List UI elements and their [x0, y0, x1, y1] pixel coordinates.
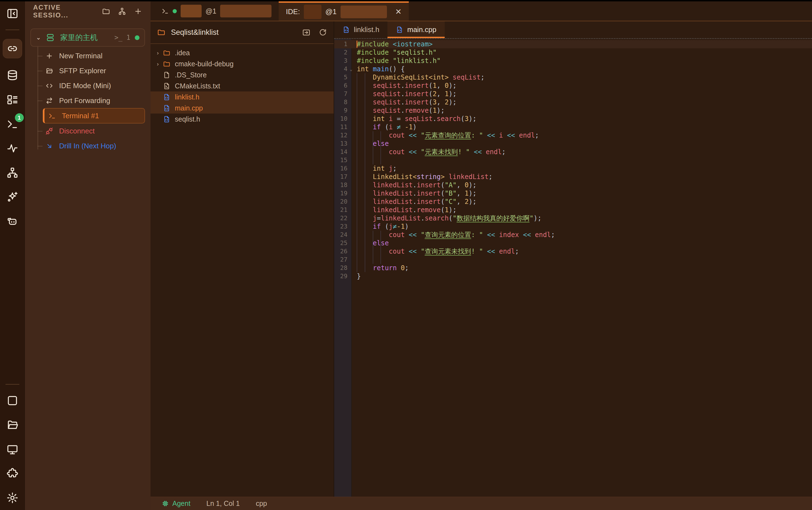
code-line[interactable]: 16 int j; — [334, 164, 812, 173]
redacted-text — [341, 5, 387, 18]
code-line[interactable]: 21 linkedList.remove(1); — [334, 206, 812, 214]
session-item-ide-mode[interactable]: IDE Mode (Mini) — [25, 78, 150, 93]
code-text: DynamicSeqList<int> seqList; — [352, 73, 485, 82]
sidebar-item-extensions[interactable] — [6, 467, 19, 480]
session-item-disconnect[interactable]: Disconnect — [25, 123, 150, 138]
session-item-new-terminal[interactable]: New Terminal — [25, 48, 150, 63]
activity-icon — [6, 142, 19, 154]
sidebar-item-snippets[interactable] — [6, 93, 19, 106]
code-rows: 1#include <iostream>2#include "seqlist.h… — [334, 39, 812, 280]
line-number: 9 — [334, 106, 352, 115]
code-line[interactable]: 5 DynamicSeqList<int> seqList; — [334, 73, 812, 82]
sidebar-item-terminals[interactable]: 1 — [6, 118, 19, 131]
session-item-sftp[interactable]: SFTP Explorer — [25, 63, 150, 78]
language-mode[interactable]: cpp — [256, 500, 267, 508]
code-line[interactable]: 4⌄int main() { — [334, 65, 812, 73]
file-tree-panel: Seqlist&linklist › .idea › cmake-build-d… — [150, 21, 334, 497]
folder-icon — [163, 49, 170, 57]
add-session-icon[interactable] — [134, 7, 142, 16]
code-text: } — [352, 272, 361, 280]
tree-item-seqlist-h[interactable]: seqlist.h — [150, 114, 334, 124]
code-line[interactable]: 23 if (j≠-1) — [334, 222, 812, 231]
sidebar-item-database[interactable] — [6, 69, 19, 82]
session-item-drill-in[interactable]: Drill In (Next Hop) — [25, 138, 150, 153]
code-line[interactable]: 28 return 0; — [334, 264, 812, 272]
close-tab-icon[interactable]: ✕ — [395, 7, 402, 16]
code-line[interactable]: 14 cout << "元素未找到! " << endl; — [334, 148, 812, 156]
code-text: #include "linklist.h" — [352, 57, 440, 65]
session-actions: New Terminal SFTP Explorer IDE Mode (Min… — [25, 48, 150, 153]
open-folder-action-icon[interactable] — [302, 28, 311, 36]
tree-item-ds-store[interactable]: .DS_Store — [150, 69, 334, 80]
code-line[interactable]: 29} — [334, 272, 812, 280]
code-line[interactable]: 18 linkedList.insert("A", 0); — [334, 181, 812, 189]
session-item-port-forwarding[interactable]: Port Forwarding — [25, 93, 150, 108]
agent-status[interactable]: Agent — [162, 500, 190, 508]
code-line[interactable]: 19 linkedList.insert("B", 1); — [334, 189, 812, 198]
tree-item-idea[interactable]: › .idea — [150, 47, 334, 58]
code-line[interactable]: 22 j=linkedList.search("数据结构我真的好爱你啊"); — [334, 214, 812, 222]
sidebar-item-bot[interactable] — [6, 215, 19, 228]
code-line[interactable]: 2#include "seqlist.h" — [334, 48, 812, 57]
folder-icon[interactable] — [102, 7, 110, 16]
editor-tab-main-cpp[interactable]: main.cpp — [387, 21, 445, 38]
line-number: 12 — [334, 131, 352, 140]
code-text: return 0; — [352, 264, 409, 272]
line-number: 26 — [334, 247, 352, 256]
chevron-right-icon: › — [157, 50, 163, 56]
code-text — [352, 156, 357, 164]
line-number: 29 — [334, 272, 352, 280]
tree-item-cmakelists[interactable]: CMakeLists.txt — [150, 80, 334, 91]
code-text: seqList.insert(1, 0); — [352, 82, 457, 90]
code-line[interactable]: 3#include "linklist.h" — [334, 57, 812, 65]
code-line[interactable]: 20 linkedList.insert("C", 2); — [334, 198, 812, 206]
code-line[interactable]: 11 if (i ≠ -1) — [334, 123, 812, 131]
line-number: 14 — [334, 148, 352, 156]
ide-session-tab[interactable]: IDE: @1 ✕ — [279, 1, 409, 21]
sidebar-item-files[interactable] — [6, 419, 19, 431]
sidebar-item-settings[interactable] — [6, 491, 19, 504]
session-item-terminal-1[interactable]: Terminal #1 — [43, 108, 145, 123]
editor-tab-linklist-h[interactable]: linklist.h — [334, 21, 387, 38]
code-editor[interactable]: 1#include <iostream>2#include "seqlist.h… — [334, 39, 812, 497]
fold-chevron-icon[interactable]: ⌄ — [350, 65, 352, 74]
code-line[interactable]: 24 cout << "查询元素的位置: " << index << endl; — [334, 231, 812, 239]
cursor-position[interactable]: Ln 1, Col 1 — [206, 500, 240, 508]
sidebar-item-connections[interactable] — [3, 39, 22, 58]
refresh-icon[interactable] — [319, 28, 327, 36]
host-row[interactable]: ⌄ 家里的主机 >_ 1 — [30, 28, 145, 47]
code-line[interactable]: 12 cout << "元素查询的位置: " << i << endl; — [334, 131, 812, 140]
collapse-sidebar-icon[interactable] — [6, 7, 19, 20]
code-file-icon — [163, 105, 170, 112]
sidebar-item-display[interactable] — [6, 443, 19, 456]
code-line[interactable]: 9 seqList.remove(1); — [334, 106, 812, 115]
robot-icon — [6, 215, 19, 227]
ide-tab-label: IDE: — [286, 7, 300, 16]
code-line[interactable]: 13 else — [334, 140, 812, 148]
code-line[interactable]: 8 seqList.insert(3, 2); — [334, 98, 812, 106]
sidebar-item-ai[interactable] — [6, 191, 19, 203]
code-text: int main() { — [352, 65, 405, 73]
code-line[interactable]: 25 else — [334, 239, 812, 247]
code-line[interactable]: 7 seqList.insert(2, 1); — [334, 90, 812, 98]
code-line[interactable]: 17 LinkedList<string> linkedList; — [334, 173, 812, 181]
code-line[interactable]: 10 int i = seqList.search(3); — [334, 115, 812, 123]
terminal-session-tab[interactable]: @1 — [154, 1, 279, 21]
hierarchy-small-icon[interactable] — [118, 7, 126, 16]
line-number: 13 — [334, 140, 352, 148]
tree-item-main-cpp[interactable]: main.cpp — [150, 103, 334, 114]
code-line[interactable]: 1#include <iostream> — [334, 40, 812, 48]
sidebar-item-topology[interactable] — [6, 166, 19, 179]
chevron-down-icon[interactable]: ⌄ — [36, 34, 41, 41]
tree-item-cmake-build-debug[interactable]: › cmake-build-debug — [150, 58, 334, 69]
code-text: if (j≠-1) — [352, 222, 409, 231]
code-line[interactable]: 6 seqList.insert(1, 0); — [334, 82, 812, 90]
tree-item-linklist-h[interactable]: linklist.h — [150, 91, 334, 103]
code-line[interactable]: 26 cout << "查询元素未找到! " << endl; — [334, 247, 812, 256]
code-line[interactable]: 15 — [334, 156, 812, 164]
line-number: 6 — [334, 82, 352, 90]
editor-tab-bar: linklist.h main.cpp — [334, 21, 812, 39]
sidebar-item-window[interactable] — [6, 394, 19, 407]
code-line[interactable]: 27 — [334, 256, 812, 264]
sidebar-item-activity[interactable] — [6, 142, 19, 155]
